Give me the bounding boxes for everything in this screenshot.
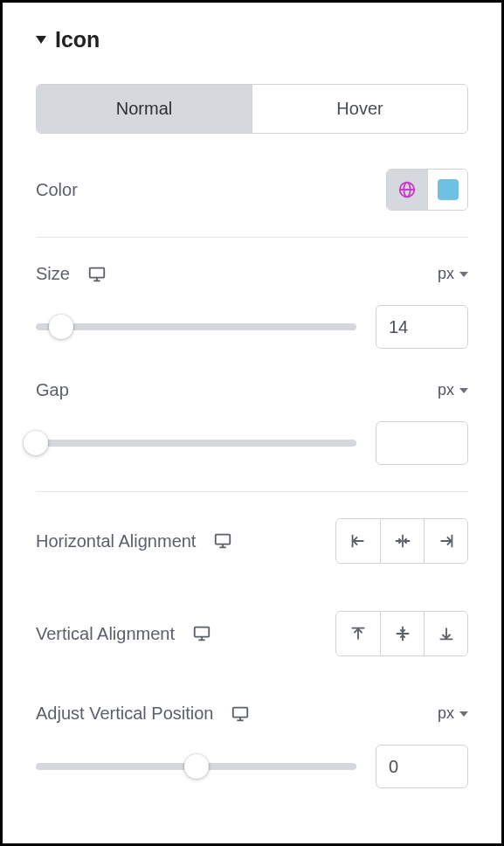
gap-input[interactable] xyxy=(376,421,468,465)
gap-slider[interactable] xyxy=(36,430,356,456)
align-top-button[interactable] xyxy=(336,612,380,655)
section-title: Icon xyxy=(55,27,100,52)
align-center-button[interactable] xyxy=(380,519,424,563)
icon-style-panel: Icon Normal Hover Color Size xyxy=(0,0,504,846)
align-left-icon xyxy=(349,531,368,551)
slider-thumb[interactable] xyxy=(24,431,48,455)
align-middle-button[interactable] xyxy=(380,612,424,655)
size-unit-select[interactable]: px xyxy=(438,265,468,283)
vpos-label: Adjust Vertical Position xyxy=(36,704,213,724)
divider xyxy=(36,237,468,238)
desktop-icon[interactable] xyxy=(192,624,211,643)
color-row: Color xyxy=(36,163,468,216)
halign-buttons xyxy=(335,518,468,564)
halign-row: Horizontal Alignment xyxy=(36,513,468,569)
size-input[interactable] xyxy=(376,305,468,349)
desktop-icon[interactable] xyxy=(231,704,250,724)
chevron-down-icon xyxy=(459,388,468,393)
svg-rect-3 xyxy=(90,267,105,277)
color-swatch-icon xyxy=(438,179,459,200)
state-tabs: Normal Hover xyxy=(36,84,468,134)
align-right-button[interactable] xyxy=(424,519,467,563)
divider xyxy=(36,491,468,492)
color-global-button[interactable] xyxy=(387,170,427,210)
valign-label: Vertical Alignment xyxy=(36,624,175,644)
align-bottom-button[interactable] xyxy=(424,612,467,655)
vpos-unit-select[interactable]: px xyxy=(438,704,468,723)
chevron-down-icon xyxy=(459,272,468,277)
vpos-slider-row xyxy=(36,745,468,788)
desktop-icon[interactable] xyxy=(213,531,232,551)
align-middle-icon xyxy=(393,624,412,643)
tab-hover[interactable]: Hover xyxy=(252,85,467,133)
align-bottom-icon xyxy=(437,624,456,643)
size-row: Size px xyxy=(36,259,468,289)
valign-row: Vertical Alignment xyxy=(36,606,468,662)
size-slider[interactable] xyxy=(36,314,356,340)
chevron-down-icon xyxy=(459,711,468,717)
align-top-icon xyxy=(349,624,368,643)
gap-slider-row xyxy=(36,421,468,465)
color-picker-button[interactable] xyxy=(427,170,467,210)
section-header[interactable]: Icon xyxy=(36,27,468,52)
desktop-icon[interactable] xyxy=(87,265,107,284)
align-right-icon xyxy=(437,531,456,551)
slider-thumb[interactable] xyxy=(184,754,209,779)
gap-unit-select[interactable]: px xyxy=(438,381,468,399)
svg-rect-16 xyxy=(195,628,210,637)
size-label: Size xyxy=(36,264,70,284)
vpos-input[interactable] xyxy=(376,745,468,788)
gap-row: Gap px xyxy=(36,375,468,406)
gap-label: Gap xyxy=(36,380,69,400)
vpos-slider[interactable] xyxy=(36,753,356,780)
svg-point-1 xyxy=(404,183,410,198)
valign-buttons xyxy=(335,611,468,656)
tab-normal[interactable]: Normal xyxy=(37,85,252,133)
svg-rect-26 xyxy=(233,707,248,717)
vpos-row: Adjust Vertical Position px xyxy=(36,698,468,729)
color-label: Color xyxy=(36,180,78,200)
color-choices xyxy=(386,169,468,211)
globe-icon xyxy=(397,180,417,199)
svg-rect-6 xyxy=(216,535,231,544)
svg-point-0 xyxy=(400,183,415,198)
collapse-triangle-icon xyxy=(36,36,46,44)
halign-label: Horizontal Alignment xyxy=(36,531,196,551)
slider-thumb[interactable] xyxy=(49,315,73,339)
align-center-icon xyxy=(393,531,412,551)
size-slider-row xyxy=(36,305,468,349)
align-left-button[interactable] xyxy=(336,519,380,563)
